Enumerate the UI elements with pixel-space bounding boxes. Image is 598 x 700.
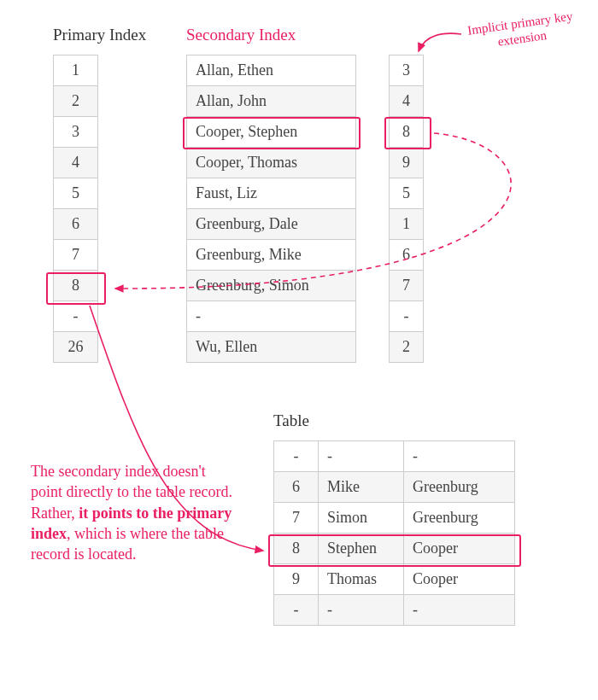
secondary-index-name-cell: Greenburg, Mike	[187, 240, 356, 271]
secondary-index-header: Secondary Index	[186, 26, 296, 44]
data-table: - - - 6 Mike Greenburg 7 Simon Greenburg…	[273, 440, 515, 626]
table-cell-first: Thomas	[319, 564, 404, 595]
primary-index-cell: 4	[54, 148, 98, 178]
table-cell-last: Greenburg	[404, 472, 515, 503]
table-cell-first: Stephen	[319, 534, 404, 564]
table-cell-id: -	[274, 441, 319, 472]
primary-index-cell: 6	[54, 209, 98, 240]
table-cell-id: 9	[274, 564, 319, 595]
table-cell-last: -	[404, 595, 515, 626]
secondary-index-name-cell: Greenburg, Dale	[187, 209, 356, 240]
table-cell-last: Cooper	[404, 534, 515, 564]
secondary-index-name-cell: Allan, John	[187, 86, 356, 117]
explanation-annotation: The secondary index doesn't point direct…	[31, 461, 236, 564]
table-cell-last: Cooper	[404, 564, 515, 595]
table-cell-id: 8	[274, 534, 319, 564]
table-cell-first: -	[319, 441, 404, 472]
table-cell-id: 7	[274, 503, 319, 534]
primary-index-table: 1 2 3 4 5 6 7 8 - 26	[53, 55, 98, 363]
secondary-index-key-cell: -	[390, 301, 424, 332]
primary-index-cell: 3	[54, 117, 98, 148]
primary-index-cell: 2	[54, 86, 98, 117]
table-header: Table	[273, 411, 309, 430]
primary-index-cell: 26	[54, 332, 98, 363]
table-cell-first: Simon	[319, 503, 404, 534]
primary-index-header: Primary Index	[53, 26, 146, 44]
secondary-index-name-cell: Allan, Ethen	[187, 55, 356, 86]
secondary-index-key-cell: 3	[390, 55, 424, 86]
secondary-index-names-table: Allan, Ethen Allan, John Cooper, Stephen…	[186, 55, 356, 363]
secondary-index-key-cell: 6	[390, 240, 424, 271]
table-cell-first: -	[319, 595, 404, 626]
secondary-index-name-cell: Faust, Liz	[187, 178, 356, 209]
secondary-index-name-cell: Wu, Ellen	[187, 332, 356, 363]
table-cell-first: Mike	[319, 472, 404, 503]
table-cell-last: Greenburg	[404, 503, 515, 534]
secondary-index-keys-table: 3 4 8 9 5 1 6 7 - 2	[389, 55, 424, 363]
secondary-index-key-cell: 9	[390, 148, 424, 178]
primary-index-cell: -	[54, 301, 98, 332]
primary-index-cell: 1	[54, 55, 98, 86]
secondary-index-key-cell: 7	[390, 271, 424, 301]
secondary-index-key-cell: 2	[390, 332, 424, 363]
implicit-key-annotation: Implicit primary key extension	[460, 7, 583, 54]
table-cell-id: 6	[274, 472, 319, 503]
primary-index-cell: 5	[54, 178, 98, 209]
secondary-index-key-cell: 8	[390, 117, 424, 148]
primary-index-cell: 8	[54, 271, 98, 301]
primary-index-cell: 7	[54, 240, 98, 271]
secondary-index-name-cell: Cooper, Thomas	[187, 148, 356, 178]
secondary-index-key-cell: 4	[390, 86, 424, 117]
secondary-index-key-cell: 1	[390, 209, 424, 240]
table-cell-id: -	[274, 595, 319, 626]
arrow-implicit-to-column	[419, 33, 461, 51]
secondary-index-key-cell: 5	[390, 178, 424, 209]
secondary-index-name-cell: Greenburg, Simon	[187, 271, 356, 301]
secondary-index-name-cell: -	[187, 301, 356, 332]
secondary-index-name-cell: Cooper, Stephen	[187, 117, 356, 148]
table-cell-last: -	[404, 441, 515, 472]
